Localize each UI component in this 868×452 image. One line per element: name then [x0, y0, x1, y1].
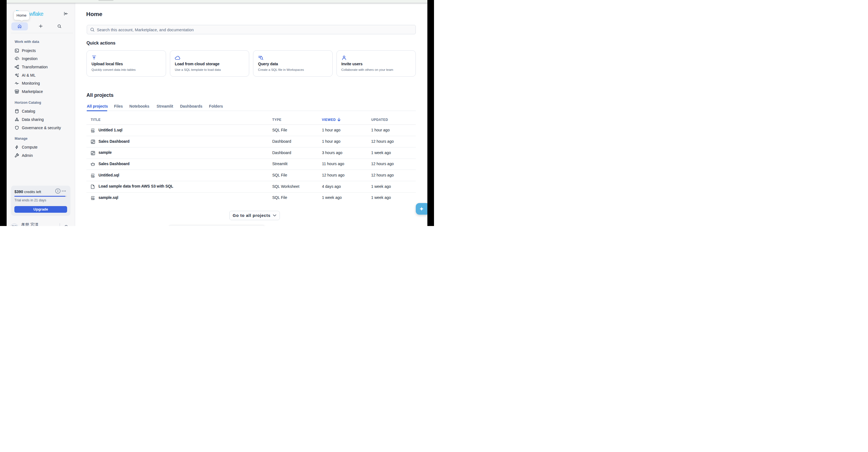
svg-text:SQL: SQL	[91, 197, 95, 199]
svg-text:SQL: SQL	[91, 130, 95, 132]
svg-text:SQL: SQL	[91, 174, 95, 177]
